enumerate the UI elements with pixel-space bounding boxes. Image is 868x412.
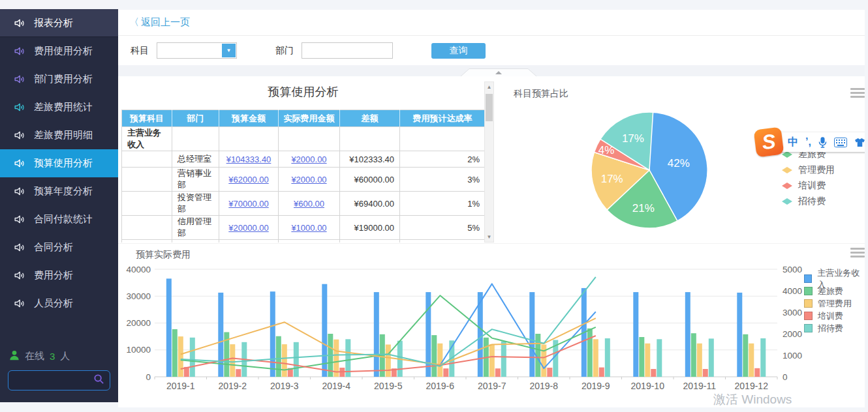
sidebar-item-label: 预算年度分析 xyxy=(34,185,93,198)
chevron-down-icon[interactable]: ▼ xyxy=(222,44,236,57)
collapse-strip xyxy=(118,65,865,76)
amount-link[interactable]: ¥70000.00 xyxy=(228,199,268,209)
speaker-icon xyxy=(13,45,25,57)
amount-link[interactable]: ¥2000.00 xyxy=(291,175,326,184)
cell-budget: ¥70000.00 xyxy=(219,192,279,216)
back-link[interactable]: 〈 返回上一页 xyxy=(129,16,190,29)
right-axis-label: 5000 xyxy=(783,265,802,274)
column-header: 差额 xyxy=(340,110,400,127)
search-icon[interactable] xyxy=(93,374,104,387)
bar xyxy=(593,339,598,377)
skin-icon[interactable] xyxy=(854,138,865,147)
sidebar-item-3[interactable]: 差旅费用统计 xyxy=(0,93,118,121)
bar xyxy=(691,333,696,377)
query-button[interactable]: 查询 xyxy=(431,43,486,59)
sidebar-item-2[interactable]: 部门费用分析 xyxy=(0,65,118,93)
chinese-mode-icon[interactable]: 中 xyxy=(788,136,798,149)
main-area: 〈 返回上一页 科目 ▼ 部门 查询 预算使用分析 xyxy=(118,10,865,407)
left-axis-label: 40000 xyxy=(126,265,151,274)
table-row: 信用管理部¥20000.00¥1000.00¥19000.005% xyxy=(122,216,486,240)
column-header: 预算金额 xyxy=(219,110,279,127)
bar xyxy=(172,329,178,377)
bar-legend-item[interactable]: 主营业务收入 xyxy=(804,272,865,285)
pie-legend-item[interactable]: 培训费 xyxy=(782,178,835,194)
right-axis-label: 3000 xyxy=(783,308,802,317)
speaker-icon xyxy=(13,213,25,226)
sidebar-item-8[interactable]: 合同分析 xyxy=(0,233,118,261)
bar-legend-item[interactable]: 管理费用 xyxy=(804,297,865,310)
bar xyxy=(657,339,662,377)
bar xyxy=(282,344,287,377)
cell-rate: 5% xyxy=(400,216,486,240)
bar-legend-item[interactable]: 培训费 xyxy=(804,310,865,322)
keyboard-icon[interactable] xyxy=(834,138,847,147)
search-input[interactable] xyxy=(14,375,93,386)
amount-link[interactable]: ¥1000.00 xyxy=(291,223,326,233)
sogou-logo-icon[interactable]: S xyxy=(754,127,784,158)
dept-input[interactable] xyxy=(302,42,393,59)
table-header-row: 预算科目部门预算金额实际费用金额差额费用预计达成率 xyxy=(122,110,486,127)
scroll-up-icon[interactable]: ▲ xyxy=(485,82,493,92)
punctuation-icon[interactable]: ’, xyxy=(805,136,811,148)
page: 报表分析费用使用分析部门费用分析差旅费用统计差旅费用明细预算使用分析预算年度分析… xyxy=(0,0,868,412)
sidebar-item-label: 部门费用分析 xyxy=(34,73,93,85)
amount-link[interactable]: ¥600.00 xyxy=(294,199,324,209)
sidebar-item-4[interactable]: 差旅费用明细 xyxy=(0,121,118,149)
bar-menu-icon[interactable] xyxy=(850,248,865,259)
bar xyxy=(633,292,638,377)
subject-label: 科目 xyxy=(131,45,149,57)
cell-diff: ¥60000.00 xyxy=(340,168,400,192)
cell-rate xyxy=(400,127,486,151)
amount-link[interactable]: ¥2000.00 xyxy=(291,154,326,164)
amount-link[interactable]: ¥104333.40 xyxy=(226,154,271,164)
x-category-label: 2019-9 xyxy=(581,381,610,391)
bar xyxy=(599,368,604,377)
sidebar-item-0[interactable]: 报表分析 xyxy=(0,9,118,37)
cell-rate: 12% xyxy=(400,240,486,243)
cell-rate: 1% xyxy=(400,192,486,216)
scrollbar-thumb[interactable] xyxy=(486,94,493,121)
online-suffix: 人 xyxy=(60,350,70,362)
bar xyxy=(443,368,448,377)
pie-label: 17% xyxy=(622,132,644,145)
bar xyxy=(166,278,172,377)
pie-legend-item[interactable]: 管理费用 xyxy=(782,162,835,178)
legend-label: 差旅费 xyxy=(818,286,843,297)
table-title: 预算使用分析 xyxy=(121,84,485,100)
sidebar-item-10[interactable]: 人员分析 xyxy=(0,289,118,317)
bar xyxy=(697,344,702,377)
x-category-label: 2019-11 xyxy=(683,381,717,391)
bar xyxy=(178,336,183,377)
column-header: 部门 xyxy=(172,110,219,127)
subject-select[interactable]: ▼ xyxy=(157,42,237,59)
cell-dept: 信用管理部 xyxy=(172,216,219,240)
pie-legend-item[interactable]: 招待费 xyxy=(782,194,835,209)
legend-label: 招待费 xyxy=(798,196,826,207)
pie-label: 17% xyxy=(601,173,623,185)
sidebar-item-9[interactable]: 费用分析 xyxy=(0,261,118,289)
bar-legend-item[interactable]: 招待费 xyxy=(804,322,865,334)
budget-table-wrap: 预算科目部门预算金额实际费用金额差额费用预计达成率 主营业务收入总经理室¥104… xyxy=(121,110,485,243)
sidebar-item-6[interactable]: 预算年度分析 xyxy=(0,177,118,205)
amount-link[interactable]: ¥62000.00 xyxy=(228,175,268,184)
speaker-icon xyxy=(13,269,25,282)
scroll-down-icon[interactable]: ▼ xyxy=(485,232,493,242)
cell-subject: 主营业务收入 xyxy=(122,127,172,151)
cell-diff: ¥19000.00 xyxy=(340,216,400,240)
speaker-icon xyxy=(13,297,25,310)
left-axis-label: 20000 xyxy=(126,318,151,328)
mic-icon[interactable] xyxy=(818,137,827,148)
pie-menu-icon[interactable] xyxy=(850,88,865,100)
sidebar-item-7[interactable]: 合同付款统计 xyxy=(0,205,118,233)
back-label: 返回上一页 xyxy=(141,16,190,29)
cell-budget: ¥104333.40 xyxy=(219,151,279,168)
table-row: 资财部¥40000.00¥5000.00¥35000.0012% xyxy=(122,240,486,243)
cell-dept: 总经理室 xyxy=(172,151,219,168)
column-header: 费用预计达成率 xyxy=(400,110,486,127)
cell-subject xyxy=(122,192,172,216)
bar xyxy=(737,293,742,377)
amount-link[interactable]: ¥20000.00 xyxy=(228,223,268,233)
sidebar-item-1[interactable]: 费用使用分析 xyxy=(0,37,118,65)
table-scrollbar[interactable]: ▲ ▼ xyxy=(484,81,494,243)
sidebar-item-5[interactable]: 预算使用分析 xyxy=(0,149,118,177)
